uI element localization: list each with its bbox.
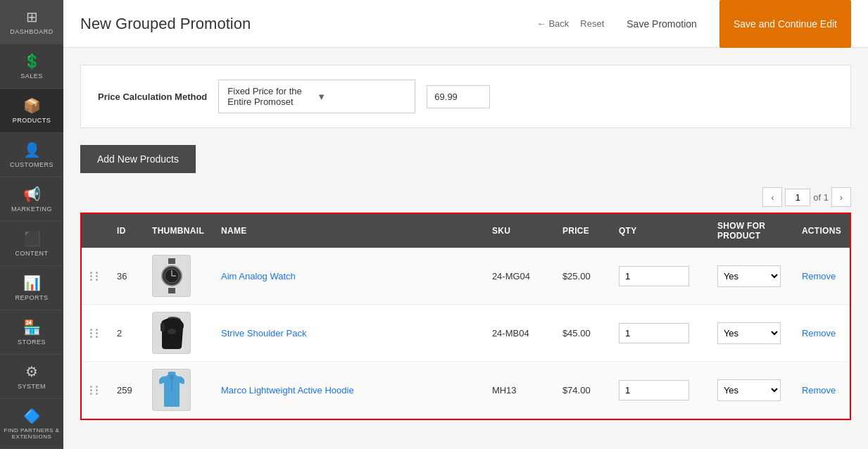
- svg-rect-0: [168, 258, 175, 264]
- price-value-input[interactable]: [427, 85, 490, 108]
- products-table: ID Thumbnail Name SKU Price QTY Show for…: [82, 214, 850, 419]
- back-arrow-icon: ←: [536, 18, 546, 29]
- show-select[interactable]: Yes No: [718, 323, 780, 343]
- save-continue-label: Save and Continue Edit: [734, 18, 837, 30]
- sidebar-item-partners[interactable]: 🔷 FIND PARTNERS & EXTENSIONS: [0, 399, 63, 449]
- prev-page-button[interactable]: ‹: [762, 187, 782, 207]
- sidebar-item-sales[interactable]: 💲 SALES: [0, 44, 63, 89]
- svg-rect-1: [168, 288, 175, 293]
- product-id: 2: [108, 305, 144, 362]
- stores-icon: 🏪: [23, 319, 41, 336]
- col-header-name: Name: [213, 214, 484, 248]
- save-continue-button[interactable]: Save and Continue Edit: [719, 0, 851, 48]
- qty-input[interactable]: [619, 323, 689, 343]
- show-select-wrapper: Yes No: [717, 379, 781, 401]
- product-name[interactable]: Marco Lightweight Active Hoodie: [213, 362, 484, 419]
- col-header-qty: QTY: [610, 214, 709, 248]
- sidebar-item-label: STORES: [18, 339, 46, 346]
- remove-link[interactable]: Remove: [802, 271, 836, 282]
- products-icon: 📦: [23, 97, 41, 114]
- reset-button[interactable]: Reset: [580, 18, 604, 29]
- table-row: 2 Strive Shoulder Pack24-MB04$45.00 Yes …: [82, 305, 850, 362]
- sidebar-item-products[interactable]: 📦 PRODUCTS: [0, 89, 63, 133]
- product-thumbnail: [144, 248, 213, 305]
- show-select-wrapper: Yes No: [717, 322, 781, 344]
- next-page-button[interactable]: ›: [831, 187, 851, 207]
- dashboard-icon: ⊞: [26, 8, 38, 25]
- product-show: Yes No: [709, 362, 793, 419]
- partners-icon: 🔷: [23, 407, 41, 424]
- next-page-icon: ›: [840, 192, 843, 203]
- product-show: Yes No: [709, 248, 793, 305]
- product-thumbnail: [144, 305, 213, 362]
- table-row: 36 Aim Analog Watch24-MG04$25.00 Yes No …: [82, 248, 850, 305]
- header-actions: ← Back Reset Save Promotion Save and Con…: [536, 0, 851, 48]
- qty-input[interactable]: [619, 380, 689, 400]
- product-price: $25.00: [554, 248, 610, 305]
- pagination: ‹ 1 of 1 ›: [80, 187, 851, 207]
- col-header-actions: Actions: [793, 214, 850, 248]
- marketing-icon: 📢: [23, 186, 41, 203]
- page-content: Price Calculation Method Fixed Price for…: [63, 48, 868, 449]
- current-page: 1: [785, 189, 810, 206]
- sidebar: ⊞ DASHBOARD 💲 SALES 📦 PRODUCTS 👤 CUSTOME…: [0, 0, 63, 449]
- product-name-link[interactable]: Aim Analog Watch: [221, 271, 296, 282]
- reports-icon: 📊: [23, 274, 41, 291]
- product-qty: [610, 362, 709, 419]
- product-qty: [610, 248, 709, 305]
- sidebar-item-label: SALES: [20, 72, 43, 80]
- add-new-products-button[interactable]: Add New Products: [80, 145, 196, 173]
- product-name[interactable]: Aim Analog Watch: [213, 248, 484, 305]
- col-header-drag: [82, 214, 108, 248]
- col-header-sku: SKU: [484, 214, 554, 248]
- product-show: Yes No: [709, 305, 793, 362]
- sidebar-item-content[interactable]: ⬛ CONTENT: [0, 222, 63, 266]
- svg-rect-7: [161, 323, 165, 331]
- product-price: $74.00: [554, 362, 610, 419]
- product-sku: 24-MB04: [484, 305, 554, 362]
- product-price: $45.00: [554, 305, 610, 362]
- add-products-section: Add New Products: [80, 145, 851, 173]
- product-actions: Remove: [793, 248, 850, 305]
- show-select[interactable]: Yes No: [718, 380, 780, 400]
- sidebar-item-label: CONTENT: [15, 250, 49, 257]
- price-method-dropdown[interactable]: Fixed Price for the Entire Promoset ▼: [218, 80, 415, 113]
- sidebar-item-marketing[interactable]: 📢 MARKETING: [0, 177, 63, 222]
- page-header: New Grouped Promotion ← Back Reset Save …: [63, 0, 868, 48]
- sidebar-item-label: REPORTS: [15, 294, 49, 301]
- content-icon: ⬛: [23, 230, 41, 247]
- remove-link[interactable]: Remove: [802, 328, 836, 339]
- sidebar-item-customers[interactable]: 👤 CUSTOMERS: [0, 133, 63, 177]
- sidebar-item-stores[interactable]: 🏪 STORES: [0, 310, 63, 355]
- qty-input[interactable]: [619, 266, 689, 286]
- show-select[interactable]: Yes No: [718, 266, 780, 286]
- price-method-label: Price Calculation Method: [98, 91, 207, 102]
- col-header-show: Show for Product: [709, 214, 793, 248]
- sidebar-item-reports[interactable]: 📊 REPORTS: [0, 266, 63, 310]
- product-name[interactable]: Strive Shoulder Pack: [213, 305, 484, 362]
- product-name-link[interactable]: Marco Lightweight Active Hoodie: [221, 385, 354, 396]
- drag-handle[interactable]: [82, 362, 108, 419]
- drag-handle[interactable]: [82, 305, 108, 362]
- sidebar-item-label: CUSTOMERS: [10, 161, 54, 168]
- table-header-row: ID Thumbnail Name SKU Price QTY Show for…: [82, 214, 850, 248]
- back-button[interactable]: ← Back: [536, 18, 569, 29]
- save-promotion-button[interactable]: Save Promotion: [615, 13, 708, 35]
- prev-page-icon: ‹: [771, 192, 774, 203]
- remove-link[interactable]: Remove: [802, 385, 836, 396]
- sidebar-item-label: DASHBOARD: [10, 28, 54, 35]
- page-title: New Grouped Promotion: [80, 15, 536, 33]
- sidebar-item-dashboard[interactable]: ⊞ DASHBOARD: [0, 0, 63, 44]
- drag-handle[interactable]: [82, 248, 108, 305]
- table-row: 259 Marco Lightweight Active HoodieMH13$…: [82, 362, 850, 419]
- product-id: 259: [108, 362, 144, 419]
- save-promotion-label: Save Promotion: [627, 18, 697, 30]
- product-actions: Remove: [793, 305, 850, 362]
- reset-label: Reset: [580, 18, 604, 29]
- sidebar-item-system[interactable]: ⚙ SYSTEM: [0, 355, 63, 399]
- main-content: New Grouped Promotion ← Back Reset Save …: [63, 0, 868, 449]
- product-qty: [610, 305, 709, 362]
- back-label: Back: [548, 18, 569, 29]
- product-name-link[interactable]: Strive Shoulder Pack: [221, 328, 306, 339]
- product-thumbnail: [144, 362, 213, 419]
